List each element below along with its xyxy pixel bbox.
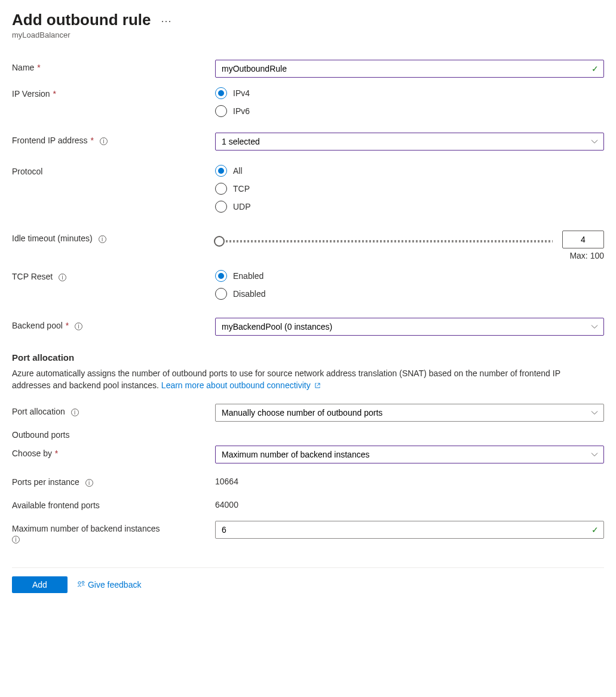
backendpool-select[interactable] <box>215 318 604 336</box>
maxbackend-label: Maximum number of backend instances i <box>12 521 215 544</box>
avail-label: Available frontend ports <box>12 498 215 510</box>
learn-more-link[interactable]: Learn more about outbound connectivity <box>161 380 321 390</box>
portalloc-select[interactable] <box>215 404 604 422</box>
radio-protocol-all[interactable]: All <box>215 165 604 177</box>
info-icon[interactable]: i <box>85 479 93 487</box>
avail-value: 64000 <box>215 498 604 509</box>
info-icon[interactable]: i <box>71 409 79 416</box>
slider-thumb[interactable] <box>214 236 225 247</box>
chooseby-select[interactable] <box>215 446 604 463</box>
portalloc-label: Port allocation i <box>12 404 215 416</box>
info-icon[interactable]: i <box>59 274 66 281</box>
feedback-icon <box>77 580 85 590</box>
ppi-value: 10664 <box>215 474 604 486</box>
svg-point-1 <box>82 581 84 584</box>
more-icon[interactable]: ⋯ <box>161 14 173 27</box>
external-link-icon <box>314 380 321 392</box>
check-icon: ✓ <box>592 64 599 73</box>
idle-label: Idle timeout (minutes) i <box>12 231 215 243</box>
radio-ipv4[interactable]: IPv4 <box>215 87 604 99</box>
tcpreset-label: TCP Reset i <box>12 269 215 281</box>
frontendip-select[interactable] <box>215 133 604 151</box>
page-subtitle: myLoadBalancer <box>12 30 604 39</box>
idle-slider[interactable] <box>215 240 553 242</box>
info-icon[interactable]: i <box>99 235 106 243</box>
feedback-link[interactable]: Give feedback <box>77 580 142 590</box>
page-title: Add outbound rule <box>12 11 151 29</box>
outbound-ports-heading: Outbound ports <box>12 430 604 440</box>
name-input[interactable] <box>215 60 604 78</box>
idle-value-input[interactable] <box>562 231 604 248</box>
name-label: Name * <box>12 60 215 72</box>
ipversion-label: IP Version * <box>12 86 215 99</box>
info-icon[interactable]: i <box>100 137 108 145</box>
idle-max: Max: 100 <box>215 251 604 260</box>
backendpool-label: Backend pool * i <box>12 318 215 330</box>
check-icon: ✓ <box>592 525 599 535</box>
radio-tcpreset-enabled[interactable]: Enabled <box>215 270 604 282</box>
radio-protocol-udp[interactable]: UDP <box>215 201 604 213</box>
chooseby-label: Choose by * <box>12 446 215 458</box>
port-allocation-heading: Port allocation <box>12 352 604 363</box>
frontendip-label: Frontend IP address * i <box>12 133 215 145</box>
maxbackend-input[interactable] <box>215 521 604 539</box>
info-icon[interactable]: i <box>75 323 82 330</box>
radio-tcpreset-disabled[interactable]: Disabled <box>215 288 604 300</box>
add-button[interactable]: Add <box>12 576 68 593</box>
info-icon[interactable]: i <box>12 536 20 544</box>
radio-ipv6[interactable]: IPv6 <box>215 105 604 117</box>
protocol-label: Protocol <box>12 164 215 176</box>
radio-protocol-tcp[interactable]: TCP <box>215 183 604 195</box>
svg-point-0 <box>78 581 81 584</box>
port-allocation-desc: Azure automatically assigns the number o… <box>12 367 586 392</box>
ppi-label: Ports per instance i <box>12 474 215 487</box>
divider <box>12 567 604 568</box>
